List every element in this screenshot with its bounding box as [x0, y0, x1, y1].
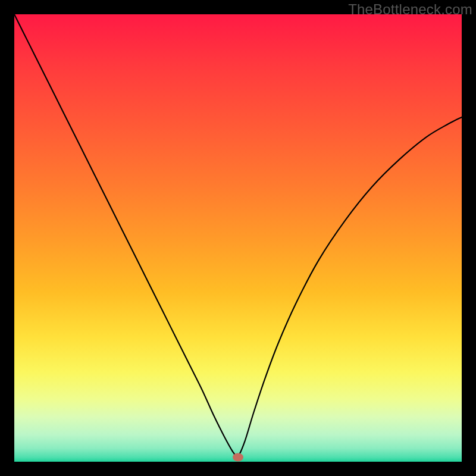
optimal-point-marker — [233, 453, 243, 461]
chart-frame: TheBottleneck.com — [0, 0, 476, 476]
gradient-background — [14, 14, 462, 462]
plot-svg — [14, 14, 462, 462]
plot-area — [14, 14, 462, 462]
watermark-label: TheBottleneck.com — [348, 1, 472, 18]
